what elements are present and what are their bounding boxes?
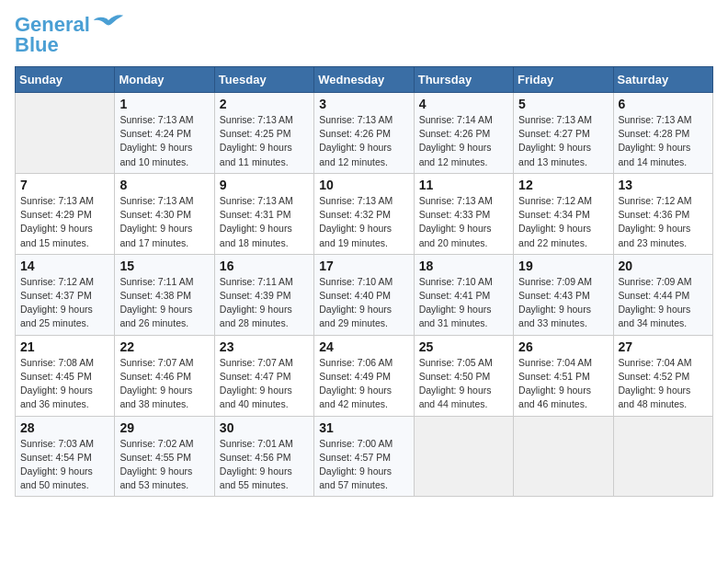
calendar-cell: 24Sunrise: 7:06 AMSunset: 4:49 PMDayligh… — [314, 335, 414, 416]
calendar-cell: 11Sunrise: 7:13 AMSunset: 4:33 PMDayligh… — [414, 173, 513, 254]
weekday-header-friday: Friday — [514, 67, 613, 93]
calendar-cell: 10Sunrise: 7:13 AMSunset: 4:32 PMDayligh… — [314, 173, 414, 254]
day-number: 28 — [20, 420, 109, 435]
day-number: 6 — [619, 97, 708, 111]
weekday-header-row: SundayMondayTuesdayWednesdayThursdayFrid… — [16, 67, 713, 93]
calendar-cell: 20Sunrise: 7:09 AMSunset: 4:44 PMDayligh… — [613, 254, 712, 335]
weekday-header-thursday: Thursday — [414, 67, 513, 93]
calendar-week-1: 1Sunrise: 7:13 AMSunset: 4:24 PMDaylight… — [16, 93, 713, 174]
day-number: 4 — [419, 97, 508, 111]
day-info: Sunrise: 7:13 AMSunset: 4:28 PMDaylight:… — [619, 113, 708, 169]
day-number: 10 — [319, 178, 408, 192]
calendar-cell: 13Sunrise: 7:12 AMSunset: 4:36 PMDayligh… — [613, 173, 712, 254]
calendar-cell: 6Sunrise: 7:13 AMSunset: 4:28 PMDaylight… — [613, 93, 712, 174]
logo-text: General — [15, 15, 90, 35]
day-info: Sunrise: 7:04 AMSunset: 4:52 PMDaylight:… — [619, 356, 708, 412]
day-number: 11 — [419, 178, 508, 192]
calendar-cell: 16Sunrise: 7:11 AMSunset: 4:39 PMDayligh… — [214, 254, 313, 335]
calendar-cell: 7Sunrise: 7:13 AMSunset: 4:29 PMDaylight… — [16, 173, 115, 254]
day-info: Sunrise: 7:08 AMSunset: 4:45 PMDaylight:… — [20, 356, 109, 412]
calendar-cell: 15Sunrise: 7:11 AMSunset: 4:38 PMDayligh… — [115, 254, 214, 335]
calendar-week-4: 21Sunrise: 7:08 AMSunset: 4:45 PMDayligh… — [16, 335, 713, 416]
calendar-cell: 17Sunrise: 7:10 AMSunset: 4:40 PMDayligh… — [314, 254, 414, 335]
weekday-header-sunday: Sunday — [16, 67, 115, 93]
day-info: Sunrise: 7:13 AMSunset: 4:32 PMDaylight:… — [319, 194, 408, 250]
day-info: Sunrise: 7:05 AMSunset: 4:50 PMDaylight:… — [419, 356, 508, 412]
day-number: 24 — [319, 339, 408, 354]
day-info: Sunrise: 7:01 AMSunset: 4:56 PMDaylight:… — [220, 437, 309, 493]
day-number: 2 — [220, 97, 309, 111]
day-info: Sunrise: 7:13 AMSunset: 4:26 PMDaylight:… — [319, 113, 408, 169]
calendar-cell: 1Sunrise: 7:13 AMSunset: 4:24 PMDaylight… — [115, 93, 214, 174]
logo-blue: Blue — [15, 35, 59, 55]
calendar-cell: 26Sunrise: 7:04 AMSunset: 4:51 PMDayligh… — [514, 335, 613, 416]
calendar-week-3: 14Sunrise: 7:12 AMSunset: 4:37 PMDayligh… — [16, 254, 713, 335]
day-number: 8 — [119, 178, 209, 192]
calendar-cell: 29Sunrise: 7:02 AMSunset: 4:55 PMDayligh… — [115, 416, 214, 497]
day-number: 20 — [619, 259, 708, 273]
day-number: 30 — [220, 420, 309, 435]
calendar-cell: 21Sunrise: 7:08 AMSunset: 4:45 PMDayligh… — [16, 335, 115, 416]
weekday-header-wednesday: Wednesday — [314, 67, 414, 93]
day-number: 31 — [319, 420, 408, 435]
day-number: 17 — [319, 259, 408, 273]
day-info: Sunrise: 7:02 AMSunset: 4:55 PMDaylight:… — [119, 437, 209, 493]
day-number: 1 — [119, 97, 209, 111]
calendar-cell — [613, 416, 712, 497]
calendar-cell: 30Sunrise: 7:01 AMSunset: 4:56 PMDayligh… — [214, 416, 313, 497]
calendar-cell — [16, 93, 115, 174]
day-number: 19 — [518, 259, 608, 273]
calendar-cell: 9Sunrise: 7:13 AMSunset: 4:31 PMDaylight… — [214, 173, 313, 254]
day-number: 16 — [220, 259, 309, 273]
day-number: 9 — [220, 178, 309, 192]
calendar-cell: 22Sunrise: 7:07 AMSunset: 4:46 PMDayligh… — [115, 335, 214, 416]
day-number: 14 — [20, 259, 109, 273]
calendar-cell — [514, 416, 613, 497]
day-number: 29 — [119, 420, 209, 435]
day-number: 13 — [619, 178, 708, 192]
calendar-cell: 19Sunrise: 7:09 AMSunset: 4:43 PMDayligh… — [514, 254, 613, 335]
day-info: Sunrise: 7:13 AMSunset: 4:25 PMDaylight:… — [220, 113, 309, 169]
day-number: 12 — [518, 178, 608, 192]
calendar-cell: 28Sunrise: 7:03 AMSunset: 4:54 PMDayligh… — [16, 416, 115, 497]
calendar-cell: 5Sunrise: 7:13 AMSunset: 4:27 PMDaylight… — [514, 93, 613, 174]
calendar-cell: 8Sunrise: 7:13 AMSunset: 4:30 PMDaylight… — [115, 173, 214, 254]
day-info: Sunrise: 7:14 AMSunset: 4:26 PMDaylight:… — [419, 113, 508, 169]
day-info: Sunrise: 7:11 AMSunset: 4:38 PMDaylight:… — [119, 275, 209, 331]
day-info: Sunrise: 7:09 AMSunset: 4:44 PMDaylight:… — [619, 275, 708, 331]
day-number: 15 — [119, 259, 209, 273]
day-info: Sunrise: 7:06 AMSunset: 4:49 PMDaylight:… — [319, 356, 408, 412]
day-info: Sunrise: 7:11 AMSunset: 4:39 PMDaylight:… — [220, 275, 309, 331]
weekday-header-monday: Monday — [115, 67, 214, 93]
day-number: 7 — [20, 178, 109, 192]
day-number: 23 — [220, 339, 309, 354]
calendar-table: SundayMondayTuesdayWednesdayThursdayFrid… — [15, 66, 713, 497]
day-number: 3 — [319, 97, 408, 111]
day-info: Sunrise: 7:07 AMSunset: 4:46 PMDaylight:… — [119, 356, 209, 412]
day-info: Sunrise: 7:13 AMSunset: 4:30 PMDaylight:… — [119, 194, 209, 250]
day-info: Sunrise: 7:13 AMSunset: 4:24 PMDaylight:… — [119, 113, 209, 169]
day-info: Sunrise: 7:13 AMSunset: 4:33 PMDaylight:… — [419, 194, 508, 250]
calendar-week-5: 28Sunrise: 7:03 AMSunset: 4:54 PMDayligh… — [16, 416, 713, 497]
calendar-week-2: 7Sunrise: 7:13 AMSunset: 4:29 PMDaylight… — [16, 173, 713, 254]
calendar-cell: 14Sunrise: 7:12 AMSunset: 4:37 PMDayligh… — [16, 254, 115, 335]
day-info: Sunrise: 7:13 AMSunset: 4:29 PMDaylight:… — [20, 194, 109, 250]
day-info: Sunrise: 7:10 AMSunset: 4:41 PMDaylight:… — [419, 275, 508, 331]
day-info: Sunrise: 7:12 AMSunset: 4:37 PMDaylight:… — [20, 275, 109, 331]
calendar-cell: 12Sunrise: 7:12 AMSunset: 4:34 PMDayligh… — [514, 173, 613, 254]
weekday-header-saturday: Saturday — [613, 67, 712, 93]
day-info: Sunrise: 7:13 AMSunset: 4:27 PMDaylight:… — [518, 113, 608, 169]
calendar-cell: 25Sunrise: 7:05 AMSunset: 4:50 PMDayligh… — [414, 335, 513, 416]
logo-bird-icon — [92, 12, 125, 30]
calendar-cell: 23Sunrise: 7:07 AMSunset: 4:47 PMDayligh… — [214, 335, 313, 416]
day-info: Sunrise: 7:07 AMSunset: 4:47 PMDaylight:… — [220, 356, 309, 412]
day-info: Sunrise: 7:12 AMSunset: 4:34 PMDaylight:… — [518, 194, 608, 250]
day-info: Sunrise: 7:10 AMSunset: 4:40 PMDaylight:… — [319, 275, 408, 331]
calendar-cell: 3Sunrise: 7:13 AMSunset: 4:26 PMDaylight… — [314, 93, 414, 174]
day-number: 5 — [518, 97, 608, 111]
calendar-cell: 2Sunrise: 7:13 AMSunset: 4:25 PMDaylight… — [214, 93, 313, 174]
logo: General Blue — [15, 15, 125, 55]
day-number: 22 — [119, 339, 209, 354]
day-info: Sunrise: 7:12 AMSunset: 4:36 PMDaylight:… — [619, 194, 708, 250]
day-info: Sunrise: 7:13 AMSunset: 4:31 PMDaylight:… — [220, 194, 309, 250]
